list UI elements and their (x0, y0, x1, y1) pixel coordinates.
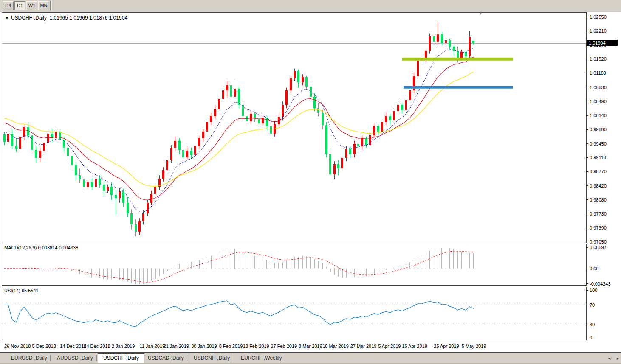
date-axis-label: 27 Mar 2019 (350, 344, 377, 349)
price-axis-label: 0.99110 (590, 155, 606, 160)
candles (3, 23, 475, 236)
tab-usdcad-daily[interactable]: USDCAD-,Daily (143, 354, 189, 363)
price-axis-label: 1.02550 (590, 14, 607, 20)
price-axis-label: 0.97390 (590, 225, 607, 230)
tab-eurusd-daily[interactable]: EURUSD-,Daily (6, 354, 52, 363)
chart-canvas[interactable] (0, 0, 621, 364)
date-axis-label: 14 Dec 2018 (60, 344, 86, 349)
date-axis-label: 25 Apr 2019 (434, 344, 459, 349)
price-axis-label: 1.00830 (590, 85, 607, 90)
tab-usdchf-daily[interactable]: USDCHF-,Daily (98, 353, 144, 363)
tab-eurchf-weekly[interactable]: EURCHF-,Weekly (236, 354, 287, 363)
price-axis-label: 0.98080 (590, 197, 607, 202)
current-price-tag: 1.01904 (587, 40, 618, 46)
tab-scroll-right-icon[interactable]: ► (616, 356, 620, 361)
rsi-axis-label: 0 (590, 335, 592, 340)
ma-line-fast (4, 48, 474, 212)
rsi-axis-label: 70 (590, 302, 595, 308)
tab-separator (187, 355, 187, 361)
date-axis-label: 5 Apr 2019 (378, 344, 401, 349)
macd-axis-label: -0.004243 (590, 281, 611, 286)
date-axis-label: 30 Jan 2019 (191, 344, 217, 349)
chart-symbol-label: USDCHF-,Daily (11, 15, 47, 21)
resistance-band (402, 58, 513, 61)
date-axis-label: 27 Feb 2019 (271, 344, 297, 349)
price-axis-label: 0.98770 (590, 169, 607, 174)
price-axis-label: 0.97050 (590, 239, 607, 244)
price-axis-label: 1.02210 (590, 28, 607, 34)
date-axis-label: 2 Jan 2019 (112, 344, 135, 349)
date-axis-label: 18 Mar 2019 (322, 344, 349, 349)
rsi-indicator-label: RSI(14) 65.5541 (4, 288, 39, 293)
support-band (404, 86, 513, 89)
date-axis-label: 26 Nov 2018 (4, 344, 31, 349)
date-axis-label: 24 Dec 2018 (84, 344, 110, 349)
tab-separator (234, 355, 234, 361)
price-axis-label: 1.00140 (590, 113, 607, 118)
tab-separator (50, 355, 51, 361)
price-axis-label: 0.99450 (590, 141, 607, 146)
tab-separator (284, 355, 284, 361)
scroll-to-end-marker-icon[interactable]: ▼ (479, 11, 483, 16)
chart-title: ▼USDCHF-,Daily 1.01965 1.01969 1.01876 1… (5, 15, 127, 21)
price-axis-label: 1.00490 (590, 99, 607, 104)
date-axis-label: 21 Jan 2019 (164, 344, 189, 349)
rsi-axis-label: 30 (590, 322, 595, 327)
price-axis-label: 1.01520 (590, 56, 607, 62)
symbol-dropdown-icon[interactable]: ▼ (5, 16, 9, 20)
date-axis-label: 5 May 2019 (462, 344, 486, 349)
price-axis-label: 0.98420 (590, 183, 607, 188)
date-axis-label: 8 Feb 2019 (219, 344, 243, 349)
date-axis-label: 5 Dec 2018 (32, 344, 56, 349)
price-axis-label: 0.97730 (590, 211, 607, 216)
tab-audusd-daily[interactable]: AUDUSD-,Daily (52, 354, 98, 363)
chart-ohlc-values: 1.01965 1.01969 1.01876 1.01904 (50, 15, 128, 21)
date-axis-label: 11 Jan 2019 (139, 344, 165, 349)
date-axis-label: 18 Feb 2019 (243, 344, 269, 349)
price-axis-label: 1.01180 (590, 70, 606, 76)
date-axis-label: 15 Apr 2019 (402, 344, 427, 349)
terminal-window: H4 D1 W1 MN ▼USDCHF-,Daily 1.01965 1.019… (0, 0, 621, 364)
tab-separator (96, 355, 97, 361)
tab-scroll-left-icon[interactable]: ◄ (607, 356, 611, 361)
macd-indicator-label: MACD(12,26,9) 0.003814 0.004638 (4, 245, 78, 250)
date-axis-label: 8 Mar 2019 (299, 344, 322, 349)
tab-usdcnh-daily[interactable]: USDCNH-,Daily (189, 354, 235, 363)
ma-line-mid (4, 57, 474, 200)
chart-tab-bar: EURUSD-,Daily AUDUSD-,Daily USDCHF-,Dail… (0, 352, 621, 363)
macd-axis-label: 0.00597 (590, 245, 607, 250)
price-axis-label: 0.99800 (590, 127, 607, 132)
rsi-axis-label: 100 (590, 288, 597, 293)
macd-histogram (4, 248, 474, 284)
macd-axis-label: 0.00 (590, 266, 598, 271)
